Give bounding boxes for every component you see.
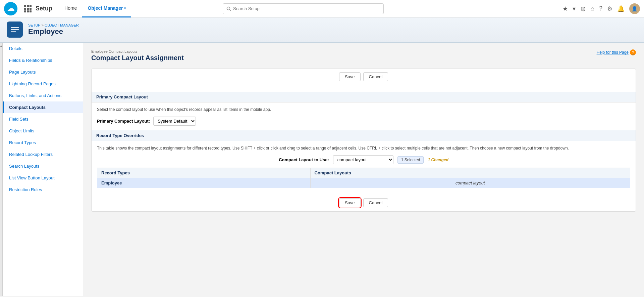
help-icon-circle: ?: [630, 49, 636, 55]
breadcrumb-object-manager[interactable]: OBJECT MANAGER: [45, 23, 79, 27]
primary-section-header: Primary Compact Layout: [92, 92, 636, 102]
primary-section-description: Select the compact layout to use when th…: [97, 107, 630, 112]
sidebar-item-restriction-rules[interactable]: Restriction Rules: [3, 184, 83, 196]
avatar[interactable]: 👤: [629, 3, 640, 14]
record-type-cell: Employee: [97, 178, 311, 188]
bottom-cancel-button[interactable]: Cancel: [363, 198, 388, 207]
overrides-description: This table shows the compact layout assi…: [97, 146, 630, 151]
sidebar-item-buttons-links-actions[interactable]: Buttons, Links, and Actions: [3, 90, 83, 101]
sidebar-scroll-up[interactable]: ▲: [0, 43, 3, 296]
compact-layout-controls: Compact Layout to Use: compact layout 1 …: [97, 155, 630, 164]
record-types-table: Record Types Compact Layouts Employee: [97, 168, 630, 188]
object-icon-svg: [10, 25, 19, 34]
add-icon[interactable]: ⊕: [580, 5, 586, 13]
compact-layout-use-label: Compact Layout to Use:: [279, 157, 329, 162]
object-title-block: SETUP > OBJECT MANAGER Employee: [28, 23, 79, 36]
search-icon: [226, 6, 231, 11]
overrides-section-header: Record Type Overrides: [92, 130, 636, 141]
help-icon[interactable]: ?: [599, 5, 602, 12]
compact-layout-select[interactable]: compact layout: [333, 155, 393, 164]
bottom-toolbar: Save Cancel: [92, 195, 636, 211]
home-icon[interactable]: ⌂: [591, 5, 594, 12]
bell-icon[interactable]: 🔔: [617, 5, 625, 12]
sidebar-item-fields-relationships[interactable]: Fields & Relationships: [3, 54, 83, 66]
object-manager-chevron-icon: ▾: [124, 6, 126, 10]
primary-section-body: Select the compact layout to use when th…: [92, 102, 636, 130]
content-area: Help for this Page ? Employee Compact La…: [83, 43, 644, 296]
salesforce-logo: ☁: [4, 2, 17, 15]
page-subtitle: Employee Compact Layouts: [91, 49, 636, 53]
col-record-types: Record Types: [97, 168, 311, 178]
breadcrumb: SETUP > OBJECT MANAGER: [28, 23, 79, 27]
top-divider: [92, 87, 636, 87]
sub-header: SETUP > OBJECT MANAGER Employee: [0, 17, 644, 43]
sidebar: Details Fields & Relationships Page Layo…: [3, 43, 83, 296]
object-title: Employee: [28, 27, 79, 36]
breadcrumb-setup[interactable]: SETUP: [28, 23, 40, 27]
top-save-button[interactable]: Save: [339, 72, 361, 81]
top-cancel-button[interactable]: Cancel: [363, 72, 388, 81]
primary-layout-form-row: Primary Compact Layout: System Default: [97, 117, 630, 126]
object-icon: [7, 22, 23, 38]
sidebar-item-compact-layouts[interactable]: Compact Layouts: [3, 101, 83, 113]
svg-point-0: [227, 7, 230, 10]
search-bar: [223, 3, 384, 14]
bottom-save-button[interactable]: Save: [339, 198, 361, 207]
gear-icon[interactable]: ⚙: [607, 5, 612, 12]
primary-layout-select[interactable]: System Default: [153, 117, 196, 126]
changed-badge: 1 Changed: [428, 158, 448, 162]
favorite-icon[interactable]: ★: [562, 5, 568, 12]
compact-layout-cell: compact layout: [310, 178, 630, 188]
svg-rect-3: [11, 29, 19, 30]
page-header-row: Help for this Page ? Employee Compact La…: [91, 49, 636, 67]
table-row[interactable]: Employee compact layout: [97, 178, 630, 188]
svg-line-1: [229, 9, 231, 11]
main-container: ▲ Details Fields & Relationships Page La…: [0, 43, 644, 296]
help-link[interactable]: Help for this Page ?: [597, 49, 636, 55]
main-card: Save Cancel Primary Compact Layout Selec…: [91, 69, 636, 212]
nav-tab-object-manager[interactable]: Object Manager ▾: [82, 0, 131, 17]
overrides-section-body: This table shows the compact layout assi…: [92, 141, 636, 193]
sidebar-item-related-lookup-filters[interactable]: Related Lookup Filters: [3, 148, 83, 160]
primary-compact-layout-section: Primary Compact Layout Select the compac…: [92, 92, 636, 130]
sidebar-item-field-sets[interactable]: Field Sets: [3, 113, 83, 125]
sidebar-item-details[interactable]: Details: [3, 43, 83, 54]
sidebar-item-list-view-button-layout[interactable]: List View Button Layout: [3, 172, 83, 184]
sidebar-item-record-types[interactable]: Record Types: [3, 137, 83, 148]
sidebar-item-object-limits[interactable]: Object Limits: [3, 125, 83, 137]
svg-rect-4: [11, 31, 16, 32]
col-compact-layouts: Compact Layouts: [310, 168, 630, 178]
primary-layout-label: Primary Compact Layout:: [97, 119, 150, 124]
top-toolbar: Save Cancel: [92, 69, 636, 85]
top-nav-actions: ★ ▾ ⊕ ⌂ ? ⚙ 🔔 👤: [562, 3, 640, 14]
favorite-dropdown-icon[interactable]: ▾: [573, 5, 576, 12]
top-nav: ☁ Setup Home Object Manager ▾ ★ ▾ ⊕ ⌂ ? …: [0, 0, 644, 17]
sidebar-item-lightning-record-pages[interactable]: Lightning Record Pages: [3, 78, 83, 90]
app-name-label: Setup: [36, 5, 52, 12]
search-input[interactable]: [233, 6, 380, 11]
app-launcher-icon[interactable]: [24, 5, 32, 12]
record-type-overrides-section: Record Type Overrides This table shows t…: [92, 130, 636, 193]
sidebar-wrapper: ▲ Details Fields & Relationships Page La…: [0, 43, 83, 296]
page-title: Compact Layout Assignment: [91, 54, 636, 62]
nav-tab-home[interactable]: Home: [59, 0, 82, 17]
nav-tabs: Home Object Manager ▾: [59, 0, 131, 17]
selected-badge: 1 Selected: [397, 156, 424, 164]
svg-rect-2: [11, 27, 19, 28]
sidebar-item-page-layouts[interactable]: Page Layouts: [3, 66, 83, 78]
sidebar-item-search-layouts[interactable]: Search Layouts: [3, 160, 83, 172]
